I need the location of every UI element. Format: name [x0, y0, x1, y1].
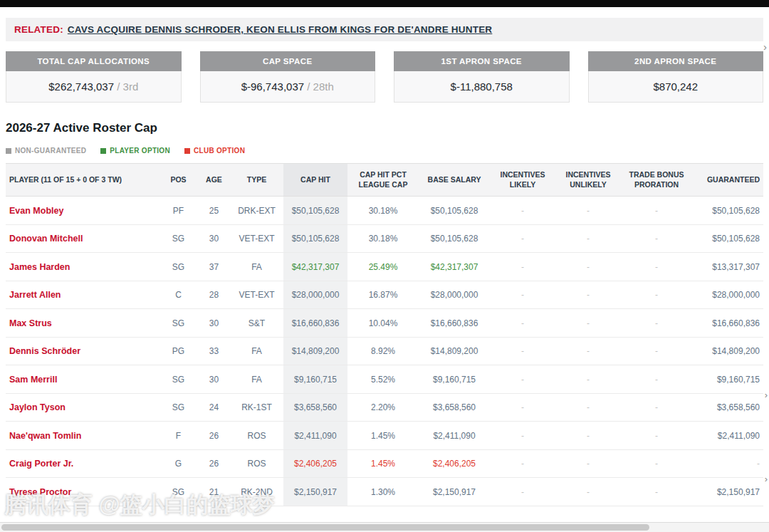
- player-link[interactable]: Dennis Schröder: [6, 337, 159, 365]
- cell-age: 28: [198, 281, 230, 309]
- cell-trade_bonus: -: [621, 253, 692, 281]
- player-link[interactable]: Donovan Mitchell: [6, 224, 159, 253]
- cell-cap_hit_pct: 30.18%: [347, 197, 419, 225]
- cell-cap_hit_pct: 1.45%: [347, 449, 419, 478]
- cell-trade_bonus: -: [621, 197, 692, 225]
- column-header-age[interactable]: AGE: [198, 164, 230, 197]
- column-header-inc_unlikely[interactable]: INCENTIVES UNLIKELY: [555, 164, 621, 197]
- card-title: CAP SPACE: [200, 51, 376, 71]
- cell-cap_hit_pct: 1.45%: [347, 422, 419, 450]
- cap-summary-cards: TOTAL CAP ALLOCATIONS $262,743,037 / 3rd…: [6, 51, 763, 103]
- cell-trade_bonus: -: [621, 449, 692, 478]
- carousel-next-icon[interactable]: ›: [763, 41, 767, 52]
- card-total-cap-allocations: TOTAL CAP ALLOCATIONS $262,743,037 / 3rd: [6, 51, 182, 103]
- cell-cap_hit: $16,660,836: [283, 309, 347, 338]
- column-header-guaranteed[interactable]: GUARANTEED: [692, 164, 763, 197]
- legend-club-option: CLUB OPTION: [184, 147, 245, 155]
- cell-type: FA: [230, 365, 283, 394]
- cell-base_salary: $50,105,628: [419, 197, 490, 225]
- cell-trade_bonus: -: [621, 422, 692, 450]
- cell-cap_hit: $14,809,200: [283, 337, 347, 365]
- table-scroll-right-icon[interactable]: ›: [765, 474, 768, 484]
- cell-base_salary: $9,160,715: [419, 365, 490, 394]
- horizontal-scrollbar[interactable]: [0, 522, 769, 532]
- horizontal-scrollbar-thumb[interactable]: [1, 524, 649, 531]
- player-link[interactable]: Nae'qwan Tomlin: [6, 422, 159, 450]
- player-link[interactable]: Sam Merrill: [6, 365, 159, 394]
- card-second-apron-space: 2ND APRON SPACE $870,242: [588, 51, 764, 103]
- cell-base_salary: $2,150,917: [419, 478, 490, 506]
- related-news-link[interactable]: CAVS ACQUIRE DENNIS SCHRODER, KEON ELLIS…: [68, 24, 492, 35]
- cell-cap_hit_pct: 2.20%: [347, 393, 419, 422]
- card-rank: 3rd: [123, 80, 139, 93]
- cell-age: 25: [198, 197, 230, 225]
- player-link[interactable]: Evan Mobley: [6, 197, 159, 225]
- cell-type: ROS: [230, 449, 283, 478]
- player-link[interactable]: Jarrett Allen: [6, 281, 159, 309]
- cell-base_salary: $3,658,560: [419, 393, 490, 422]
- cell-type: RK-2ND: [230, 478, 283, 506]
- cell-type: ROS: [230, 422, 283, 450]
- cell-inc_likely: -: [490, 309, 555, 338]
- cell-trade_bonus: -: [621, 337, 692, 365]
- table-row: Nae'qwan TomlinF26ROS$2,411,0901.45%$2,4…: [6, 422, 763, 450]
- cell-inc_likely: -: [490, 253, 555, 281]
- cell-base_salary: $28,000,000: [419, 281, 490, 309]
- column-header-base_salary[interactable]: BASE SALARY: [419, 164, 490, 197]
- player-link[interactable]: James Harden: [6, 253, 159, 281]
- card-cap-space: CAP SPACE $-96,743,037 / 28th: [200, 51, 376, 103]
- cell-age: 30: [198, 224, 230, 253]
- column-header-name[interactable]: PLAYER (11 OF 15 + 0 OF 3 TW): [6, 164, 159, 197]
- column-header-pos[interactable]: POS: [159, 164, 198, 197]
- card-value: $-96,743,037: [241, 80, 304, 93]
- cell-inc_likely: -: [490, 281, 555, 309]
- cell-inc_unlikely: -: [555, 337, 621, 365]
- table-header-row: PLAYER (11 OF 15 + 0 OF 3 TW)POSAGETYPEC…: [6, 164, 763, 197]
- table-row: Jaylon TysonSG24RK-1ST$3,658,5602.20%$3,…: [6, 393, 763, 422]
- cell-cap_hit: $50,105,628: [283, 197, 347, 225]
- column-header-cap_hit[interactable]: CAP HIT: [283, 164, 347, 197]
- cell-trade_bonus: -: [621, 365, 692, 394]
- column-header-trade_bonus[interactable]: TRADE BONUS PRORATION: [621, 164, 692, 197]
- cell-age: 33: [198, 337, 230, 365]
- column-header-inc_likely[interactable]: INCENTIVES LIKELY: [490, 164, 555, 197]
- cell-pos: C: [159, 281, 198, 309]
- table-row: Craig Porter Jr.G26ROS$2,406,2051.45%$2,…: [6, 449, 763, 478]
- cell-cap_hit: $28,000,000: [283, 281, 347, 309]
- cell-guaranteed: -: [692, 449, 763, 478]
- cell-guaranteed: $2,150,917: [692, 478, 763, 506]
- player-link[interactable]: Tyrese Proctor: [6, 478, 159, 506]
- cell-cap_hit: $2,150,917: [283, 478, 347, 506]
- cell-base_salary: $14,809,200: [419, 337, 490, 365]
- legend-non-guaranteed: NON-GUARANTEED: [6, 147, 86, 155]
- cell-cap_hit_pct: 8.92%: [347, 337, 419, 365]
- cell-pos: SG: [159, 309, 198, 338]
- cell-inc_likely: -: [490, 197, 555, 225]
- cell-pos: SG: [159, 253, 198, 281]
- cell-inc_likely: -: [490, 449, 555, 478]
- related-news-bar: RELATED:CAVS ACQUIRE DENNIS SCHRODER, KE…: [6, 18, 763, 41]
- cell-inc_unlikely: -: [555, 449, 621, 478]
- card-value: $-11,880,758: [451, 80, 513, 93]
- cell-age: 26: [198, 422, 230, 450]
- cell-cap_hit_pct: 16.87%: [347, 281, 419, 309]
- cell-trade_bonus: -: [621, 281, 692, 309]
- cell-type: S&T: [230, 309, 283, 338]
- card-value: $262,743,037: [48, 80, 114, 93]
- cell-cap_hit: $9,160,715: [283, 365, 347, 394]
- player-link[interactable]: Craig Porter Jr.: [6, 449, 159, 478]
- table-row: Jarrett AllenC28VET-EXT$28,000,00016.87%…: [6, 281, 763, 309]
- cell-guaranteed: $14,809,200: [692, 337, 763, 365]
- player-link[interactable]: Max Strus: [6, 309, 159, 338]
- cell-age: 21: [198, 478, 230, 506]
- cell-guaranteed: $3,658,560: [692, 393, 763, 422]
- related-label: RELATED:: [14, 24, 63, 35]
- cell-trade_bonus: -: [621, 478, 692, 506]
- cell-age: 30: [198, 309, 230, 338]
- cell-pos: SG: [159, 224, 198, 253]
- column-header-cap_hit_pct[interactable]: CAP HIT PCT LEAGUE CAP: [347, 164, 419, 197]
- table-row: Dennis SchröderPG33FA$14,809,2008.92%$14…: [6, 337, 763, 365]
- column-header-type[interactable]: TYPE: [230, 164, 283, 197]
- player-link[interactable]: Jaylon Tyson: [6, 393, 159, 422]
- table-scroll-right-icon[interactable]: ›: [765, 390, 768, 400]
